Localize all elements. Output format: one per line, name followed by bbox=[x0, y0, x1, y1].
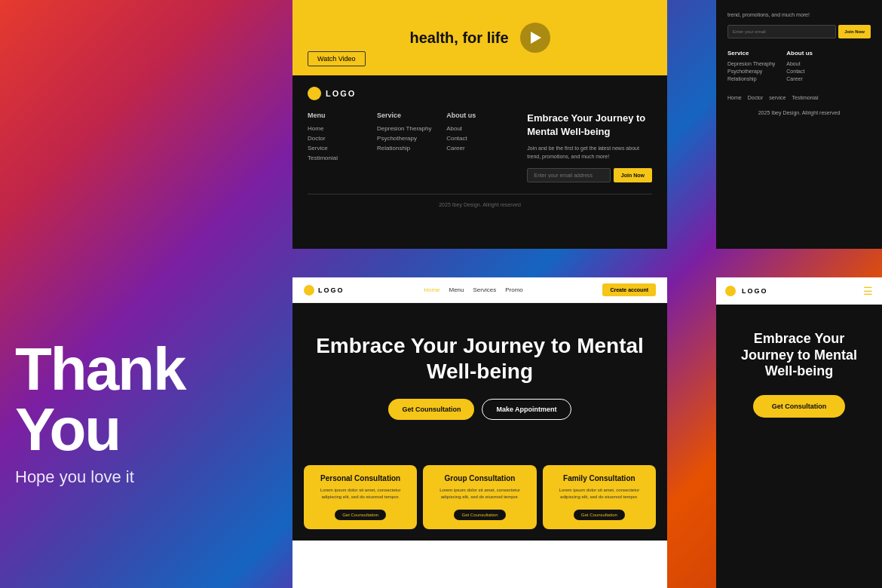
right-psychotherapy-link[interactable]: Psychotherapy bbox=[727, 69, 775, 74]
right-nav-service[interactable]: service bbox=[769, 95, 786, 100]
get-consultation-button[interactable]: Get Counsultation bbox=[388, 399, 474, 420]
right-email-section: trend, promotions, and much more! Join N… bbox=[727, 11, 871, 117]
family-consultation-card: Family Consultation Lorem ipsum dolor si… bbox=[543, 465, 656, 529]
right-card-bottom: LOGO ☰ Embrace Your Journey to Mental We… bbox=[716, 277, 882, 588]
right-contact-link[interactable]: Contact bbox=[786, 69, 813, 74]
footer-menu-service[interactable]: Service bbox=[308, 145, 377, 152]
footer-service-psychotherapy[interactable]: Psychotherapy bbox=[377, 135, 446, 142]
footer-section: LOGO Menu Home Doctor Service Testimonia… bbox=[292, 75, 667, 249]
group-card-title: Group Consultation bbox=[432, 474, 527, 482]
footer-contact-link[interactable]: Contact bbox=[446, 135, 516, 142]
footer-copyright: 2025 Ibey Design. Allright reserved bbox=[308, 194, 652, 207]
nav-promo[interactable]: Promo bbox=[505, 286, 523, 293]
footer-menu-doctor[interactable]: Doctor bbox=[308, 135, 377, 142]
thank-you-subtitle: Hope you love it bbox=[15, 467, 185, 487]
mobile-consultation-button[interactable]: Get Consultation bbox=[753, 395, 846, 418]
menu-col-heading: Menu bbox=[308, 112, 377, 119]
hero-title: Embrace Your Journey to Mental Well-bein… bbox=[315, 333, 645, 384]
right-description: trend, promotions, and much more! bbox=[727, 11, 871, 19]
right-nav-doctor[interactable]: Doctor bbox=[748, 95, 764, 100]
family-card-button[interactable]: Get Counsultation bbox=[574, 510, 625, 520]
right-about-heading: About us bbox=[786, 50, 813, 57]
watch-video-button[interactable]: Watch Video bbox=[308, 51, 366, 66]
right-career-link[interactable]: Career bbox=[786, 76, 813, 81]
play-button[interactable] bbox=[520, 23, 550, 53]
make-appointment-button[interactable]: Make Appointment bbox=[482, 399, 571, 420]
group-card-desc: Lorem ipsum dolor sit amet, consectetur … bbox=[432, 487, 527, 500]
footer-logo-row: LOGO bbox=[308, 87, 652, 100]
footer-email-input[interactable] bbox=[527, 168, 611, 182]
right-about-col: About us About Contact Career bbox=[786, 50, 813, 84]
footer-career-link[interactable]: Career bbox=[446, 145, 516, 152]
center-card-bottom: LOGO Home Menu Services Promo Create acc… bbox=[292, 277, 667, 588]
thank-you-title: Thank You bbox=[15, 339, 185, 460]
personal-card-title: Personal Consultation bbox=[313, 474, 408, 482]
right-about-link[interactable]: About bbox=[786, 61, 813, 66]
group-card-button[interactable]: Get Counsultation bbox=[454, 510, 505, 520]
footer-menu-home[interactable]: Home bbox=[308, 125, 377, 132]
right-service-col: Service Depresion Theraphy Psychotherapy… bbox=[727, 50, 775, 84]
mobile-logo-icon bbox=[725, 286, 736, 296]
footer-logo-text: LOGO bbox=[326, 89, 356, 98]
right-relationship-link[interactable]: Relationship bbox=[727, 76, 775, 81]
bottom-logo-row: LOGO bbox=[304, 285, 345, 296]
mobile-header: LOGO ☰ bbox=[716, 277, 882, 305]
hamburger-icon[interactable]: ☰ bbox=[863, 285, 873, 297]
footer-service-depression[interactable]: Depresion Theraphy bbox=[377, 125, 446, 132]
family-card-title: Family Consultation bbox=[552, 474, 647, 482]
personal-consultation-card: Personal Consultation Lorem ipsum dolor … bbox=[304, 465, 417, 529]
family-card-desc: Lorem ipsum dolor sit amet, consectetur … bbox=[552, 487, 647, 500]
right-email-row: Join Now bbox=[727, 25, 871, 38]
footer-logo-icon bbox=[308, 87, 321, 100]
create-account-button[interactable]: Create account bbox=[602, 283, 656, 296]
center-card-top: health, for life Watch Video LOGO Menu H… bbox=[292, 0, 667, 249]
footer-about-link[interactable]: About bbox=[446, 125, 516, 132]
footer-service-relationship[interactable]: Relationship bbox=[377, 145, 446, 152]
footer-about-col: About us About Contact Career bbox=[446, 112, 516, 182]
consultation-cards-row: Personal Consultation Lorem ipsum dolor … bbox=[292, 465, 667, 541]
bottom-navbar: LOGO Home Menu Services Promo Create acc… bbox=[292, 277, 667, 303]
yellow-hero-section: health, for life Watch Video bbox=[292, 0, 667, 75]
service-col-heading: Service bbox=[377, 112, 446, 119]
about-col-heading: About us bbox=[446, 112, 516, 119]
hero-buttons: Get Counsultation Make Appointment bbox=[315, 399, 645, 420]
nav-home[interactable]: Home bbox=[424, 286, 439, 293]
right-email-input[interactable] bbox=[727, 25, 836, 38]
personal-card-desc: Lorem ipsum dolor sit amet, consectetur … bbox=[313, 487, 408, 500]
nav-services[interactable]: Services bbox=[473, 286, 497, 293]
left-section: Thank You Hope you love it bbox=[15, 339, 185, 487]
hero-text: health, for life bbox=[409, 28, 508, 47]
bottom-logo-icon bbox=[304, 285, 314, 296]
footer-service-col: Service Depresion Theraphy Psychotherapy… bbox=[377, 112, 446, 182]
nav-menu[interactable]: Menu bbox=[449, 286, 464, 293]
mobile-hero-title: Embrace Your Journey to Mental Well-bein… bbox=[731, 331, 867, 380]
footer-menu-col: Menu Home Doctor Service Testimonial bbox=[308, 112, 377, 182]
right-nav-testimonial[interactable]: Testimonial bbox=[792, 95, 819, 100]
right-card-top: trend, promotions, and much more! Join N… bbox=[716, 0, 882, 249]
footer-right-col: Embrace Your Journey to Mental Well-bein… bbox=[516, 112, 652, 182]
personal-card-button[interactable]: Get Counsultation bbox=[335, 510, 386, 520]
right-depression-link[interactable]: Depresion Theraphy bbox=[727, 61, 775, 66]
footer-description: Join and be the first to get the latest … bbox=[527, 145, 652, 161]
footer-email-row: Join Now bbox=[527, 168, 652, 182]
mobile-logo-text: LOGO bbox=[742, 287, 857, 295]
right-copyright: 2025 Ibey Design. Allright reserved bbox=[727, 109, 871, 118]
footer-columns: Menu Home Doctor Service Testimonial Ser… bbox=[308, 112, 652, 182]
right-service-about-cols: Service Depresion Theraphy Psychotherapy… bbox=[727, 50, 871, 84]
bottom-logo-text: LOGO bbox=[318, 286, 345, 294]
right-nav-home[interactable]: Home bbox=[727, 95, 742, 100]
black-hero-section: Embrace Your Journey to Mental Well-bein… bbox=[292, 303, 667, 465]
play-icon bbox=[531, 32, 541, 44]
group-consultation-card: Group Consultation Lorem ipsum dolor sit… bbox=[423, 465, 536, 529]
right-service-heading: Service bbox=[727, 50, 775, 57]
bottom-nav-links: Home Menu Services Promo bbox=[356, 286, 592, 293]
right-bottom-nav: Home Doctor service Testimonial bbox=[727, 95, 871, 100]
footer-join-button[interactable]: Join Now bbox=[614, 168, 652, 182]
footer-menu-testimonial[interactable]: Testimonial bbox=[308, 155, 377, 161]
right-join-button[interactable]: Join Now bbox=[838, 25, 871, 38]
mobile-hero-section: Embrace Your Journey to Mental Well-bein… bbox=[716, 305, 882, 436]
footer-headline: Embrace Your Journey to Mental Well-bein… bbox=[527, 112, 652, 139]
